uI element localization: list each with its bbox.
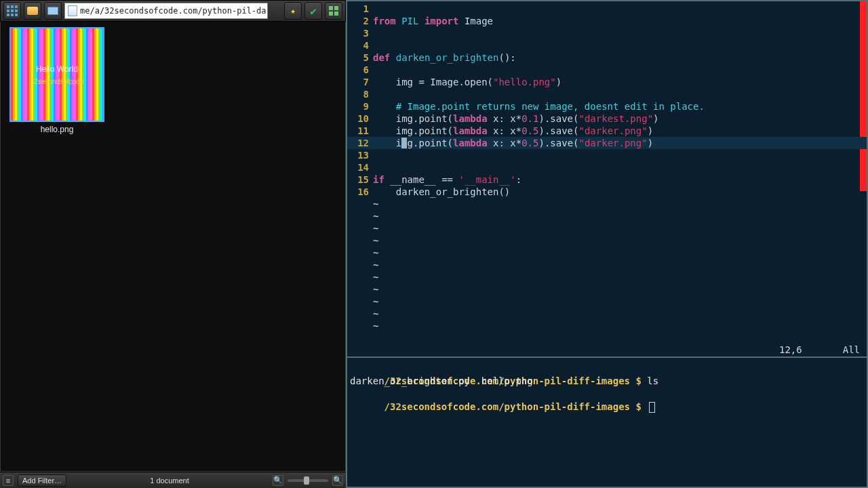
empty-line: ~ [373,198,859,210]
empty-line: ~ [373,308,859,320]
shell-terminal[interactable]: /32secondsofcode.com/python-pil-diff-ima… [347,358,867,487]
code-line [373,88,859,100]
view-mode-button[interactable] [325,2,342,20]
empty-line: ~ [373,296,859,308]
drive-icon [47,7,58,15]
scrollbar-warning [860,1,867,191]
empty-line: ~ [373,271,859,283]
history-dropdown[interactable]: ▾ [271,3,281,19]
code-line [373,39,859,52]
code-line: darken_or_brighten() [373,186,859,198]
code-line [373,27,859,39]
code-area[interactable]: from PIL import Image def darken_or_brig… [373,1,859,357]
line-number-gutter: 1234 5678 9101112 13141516 [347,1,373,357]
command-text: ls [647,375,658,386]
bookmarks-button[interactable] [24,2,41,20]
scroll-percent: All [843,344,860,355]
grid-icon [7,5,18,16]
code-line [373,3,859,15]
fm-toolbar: me/a/32secondsofcode.com/python-pil-dark… [0,0,346,22]
terminal-cursor [649,402,655,413]
empty-line: ~ [373,320,859,332]
document-icon [68,5,77,16]
file-item[interactable]: Hello World 32secondsofcode hello.png [6,27,108,134]
vim-status-line: 12,6 All [347,343,867,357]
code-line: def darken_or_brighten(): [373,52,859,64]
address-bar[interactable]: me/a/32secondsofcode.com/python-pil-dark… [64,3,268,19]
document-count: 1 document [71,476,269,485]
empty-line: ~ [373,283,859,296]
go-button[interactable]: ✔ [304,2,322,20]
terminal-window: 1234 5678 9101112 13141516 from PIL impo… [346,0,868,488]
file-manager: me/a/32secondsofcode.com/python-pil-dark… [0,0,346,488]
add-filter-button[interactable]: Add Filter… [18,474,66,487]
grid4-icon [329,6,338,16]
file-thumbnail: Hello World 32secondsofcode [9,27,104,122]
code-line [373,149,859,161]
code-line: from PIL import Image [373,15,859,27]
terminal-line: /32secondsofcode.com/python-pil-diff-ima… [350,388,864,401]
fm-content-area[interactable]: Hello World 32secondsofcode hello.png [0,22,346,472]
folder-icon [27,7,38,15]
thumb-text-1: Hello World [36,64,78,74]
code-line: img.point(lambda x: x*0.5).save("darker.… [373,137,859,149]
zoom-slider[interactable] [288,479,328,482]
status-menu-icon[interactable]: ≡ [3,475,14,486]
empty-line: ~ [373,259,859,271]
file-name-label: hello.png [6,125,108,134]
thumb-text-2: 32secondsofcode [31,78,83,85]
path-home-button[interactable] [44,2,62,20]
empty-line: ~ [373,247,859,259]
code-line: if __name__ == '__main__': [373,174,859,186]
empty-line: ~ [373,235,859,247]
code-line: # Image.point returns new image, doesnt … [373,100,859,113]
code-line: img = Image.open("hello.png") [373,76,859,88]
code-line [373,64,859,76]
empty-line: ~ [373,210,859,222]
empty-line: ~ [373,222,859,235]
vim-editor[interactable]: 1234 5678 9101112 13141516 from PIL impo… [347,1,867,358]
code-line: img.point(lambda x: x*0.1).save("darkest… [373,113,859,125]
terminal-line: /32secondsofcode.com/python-pil-diff-ima… [350,362,864,375]
icon-view-button[interactable] [3,2,21,20]
code-line: img.point(lambda x: x*0.5).save("darker.… [373,125,859,137]
fm-statusbar: ≡ Add Filter… 1 document 🔍 🔍 [0,472,346,488]
prompt-cwd: /32secondsofcode.com/python-pil-diff-ima… [384,401,630,412]
address-text: me/a/32secondsofcode.com/python-pil-dark… [80,6,268,16]
code-line [373,161,859,174]
cursor-position: 12,6 [779,344,802,355]
zoom-out-icon[interactable]: 🔍 [273,475,283,486]
cursor [401,138,407,148]
reload-button[interactable]: ★ [284,2,302,20]
zoom-in-icon[interactable]: 🔍 [332,475,343,486]
